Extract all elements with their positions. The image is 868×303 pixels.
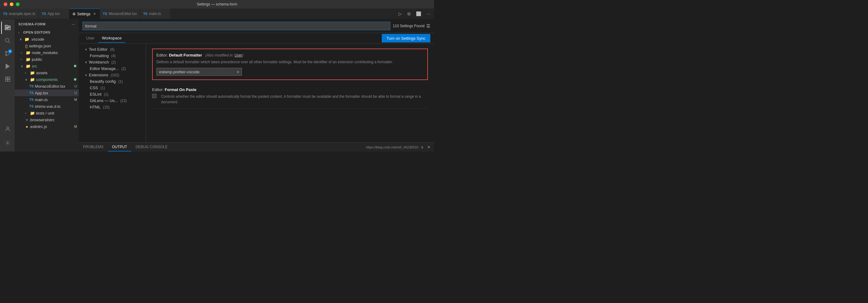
chevron-right-icon: › bbox=[21, 51, 26, 54]
tree-shims-vue[interactable]: TS shims-vue.d.ts bbox=[15, 103, 79, 110]
setting-bold-title: Format On Paste bbox=[165, 87, 196, 92]
setting-description: Defines a default formatter which takes … bbox=[156, 59, 424, 65]
js-icon: ● bbox=[26, 124, 28, 129]
bottom-tab-problems[interactable]: PROBLEMS bbox=[79, 143, 108, 152]
file-label: shims-vue.d.ts bbox=[35, 104, 60, 109]
activity-item-source-control[interactable]: 9 bbox=[1, 47, 13, 60]
tab-close-icon[interactable]: ✕ bbox=[93, 12, 96, 16]
toggle-panel-button[interactable]: ⬜ bbox=[415, 11, 423, 17]
settings-search-bar: format 110 Settings Found ☰ bbox=[79, 19, 434, 33]
folder-icon: 📁 bbox=[30, 77, 35, 82]
setting-select-formatter[interactable]: esbenp.prettier-vscode ∨ bbox=[156, 68, 242, 76]
tab-settings[interactable]: ⚙ Settings ✕ bbox=[69, 8, 100, 19]
activity-item-manage[interactable] bbox=[1, 137, 13, 149]
nav-extensions[interactable]: ∨ Extensions (102) bbox=[79, 72, 146, 78]
chevron-right-icon: › bbox=[18, 31, 23, 34]
maximize-button[interactable] bbox=[16, 2, 20, 6]
close-button[interactable] bbox=[4, 2, 7, 6]
folder-icon: 📁 bbox=[25, 37, 29, 41]
tab-app-tsx[interactable]: TS App.tsx bbox=[39, 8, 69, 19]
panel-chevron-up-button[interactable]: ∧ bbox=[420, 145, 425, 150]
nav-text-editor[interactable]: ∨ Text Editor (6) bbox=[79, 46, 146, 53]
tree-monaco-editor-file[interactable]: TS MonacoEditor.tsx U bbox=[15, 83, 79, 90]
tree-assets[interactable]: › 📁 assets bbox=[15, 69, 79, 76]
tab-user[interactable]: User bbox=[83, 34, 98, 43]
tab-example-spec[interactable]: TS example.spec.ts bbox=[0, 8, 39, 19]
tree-eslintrc[interactable]: ● .eslintrc.js M bbox=[15, 123, 79, 130]
nav-label: Workbench bbox=[89, 60, 109, 64]
files-icon bbox=[4, 24, 11, 31]
tree-public[interactable]: › 📁 public bbox=[15, 56, 79, 63]
tab-main-ts[interactable]: TS main.ts bbox=[140, 8, 171, 19]
activity-item-accounts[interactable] bbox=[1, 123, 13, 135]
more-actions-button[interactable]: ··· bbox=[426, 11, 432, 17]
nav-count: (4) bbox=[111, 54, 116, 58]
chevron-down-icon: ∨ bbox=[85, 60, 87, 64]
bottom-tab-debug-console[interactable]: DEBUG CONSOLE bbox=[131, 143, 172, 152]
git-status: U bbox=[74, 84, 77, 88]
nav-count: (102) bbox=[111, 73, 119, 77]
tree-open-editors[interactable]: › OPEN EDITORS bbox=[15, 29, 79, 36]
source-control-badge: 9 bbox=[8, 49, 12, 54]
chevron-right-icon: › bbox=[25, 112, 30, 115]
format-on-paste-checkbox[interactable] bbox=[152, 94, 156, 98]
nav-beautify[interactable]: Beautify config (1) bbox=[79, 78, 146, 85]
split-editor-button[interactable]: ⧉ bbox=[406, 11, 412, 17]
tree-app-tsx-file[interactable]: TS App.tsx U bbox=[15, 90, 79, 96]
tab-workspace[interactable]: Workspace bbox=[98, 34, 125, 43]
svg-rect-10 bbox=[8, 77, 10, 79]
tree-node-modules[interactable]: › 📁 node_modules bbox=[15, 49, 79, 56]
user-link[interactable]: User bbox=[235, 53, 242, 57]
chevron-down-icon: ∨ bbox=[85, 48, 87, 51]
nav-workbench[interactable]: ∨ Workbench (2) bbox=[79, 59, 146, 65]
folder-icon: 📁 bbox=[30, 70, 35, 75]
setting-default-formatter: Editor: Default Formatter (Also modified… bbox=[152, 49, 428, 80]
svg-rect-11 bbox=[5, 80, 8, 82]
filter-icon: ☰ bbox=[426, 24, 430, 28]
tree-browserslistrc[interactable]: ≡ .browserslistrc bbox=[15, 116, 79, 123]
activity-item-extensions[interactable] bbox=[1, 73, 13, 85]
settings-panel: format 110 Settings Found ☰ User Workspa… bbox=[79, 19, 434, 142]
ts-file-icon: TS bbox=[29, 91, 34, 95]
tree-main-ts-file[interactable]: TS main.ts M bbox=[15, 96, 79, 103]
tree-vscode-folder[interactable]: ∨ 📁 .vscode bbox=[15, 36, 79, 42]
sidebar-more-button[interactable]: ··· bbox=[71, 22, 75, 27]
tree-src[interactable]: ∨ 📁 src bbox=[15, 63, 79, 69]
chevron-down-icon: ∨ bbox=[85, 73, 87, 77]
nav-editor-manage[interactable]: Editor Manage... (2) bbox=[79, 65, 146, 72]
tree-tests-unit[interactable]: › 📁 tests / unit bbox=[15, 110, 79, 116]
folder-icon: 📁 bbox=[26, 51, 31, 55]
nav-html[interactable]: HTML (15) bbox=[79, 104, 146, 110]
tab-monaco-editor[interactable]: TS MonacoEditor.tsx bbox=[100, 8, 140, 19]
nav-count: (1) bbox=[100, 86, 105, 90]
panel-close-button[interactable]: ✕ bbox=[426, 145, 432, 150]
extensions-icon bbox=[5, 76, 11, 82]
select-value: esbenp.prettier-vscode bbox=[159, 70, 199, 74]
activity-item-search[interactable] bbox=[1, 34, 13, 47]
nav-gitlens[interactable]: GitLens — Us... (22) bbox=[79, 97, 146, 104]
nav-formatting[interactable]: Formatting (4) bbox=[79, 53, 146, 59]
minimize-button[interactable] bbox=[10, 2, 13, 6]
nav-eslint[interactable]: ESLint (1) bbox=[79, 91, 146, 97]
nav-css[interactable]: CSS (1) bbox=[79, 85, 146, 91]
settings-search-input[interactable]: format bbox=[83, 22, 390, 30]
chevron-down-icon: ∨ bbox=[20, 37, 25, 41]
chevron-down-icon: ∨ bbox=[237, 70, 239, 74]
bottom-tab-output[interactable]: OUTPUT bbox=[108, 143, 131, 152]
activity-item-run[interactable] bbox=[1, 60, 13, 72]
nav-label: CSS bbox=[90, 86, 98, 90]
window-controls bbox=[4, 2, 20, 6]
file-label: .browserslistrc bbox=[29, 118, 55, 122]
tree-components[interactable]: ∨ 📁 components bbox=[15, 76, 79, 83]
git-status: M bbox=[74, 125, 77, 128]
run-button[interactable]: ▷ bbox=[397, 11, 403, 17]
setting-title: Editor: Format On Paste bbox=[152, 87, 428, 92]
activity-item-explorer[interactable] bbox=[1, 22, 13, 34]
folder-label: src bbox=[32, 64, 37, 68]
tree-settings-json[interactable]: {} settings.json bbox=[15, 42, 79, 49]
sync-settings-button[interactable]: Turn on Settings Sync bbox=[382, 34, 430, 42]
folder-label: assets bbox=[36, 70, 48, 75]
svg-rect-12 bbox=[8, 80, 10, 82]
chevron-down-icon: ∨ bbox=[21, 64, 26, 68]
nav-count: (22) bbox=[120, 99, 127, 103]
